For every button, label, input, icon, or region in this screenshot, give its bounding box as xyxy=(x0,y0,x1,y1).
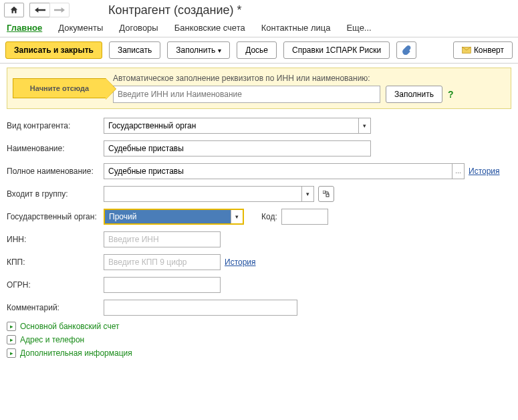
attach-icon xyxy=(402,45,411,55)
ogrn-input[interactable] xyxy=(104,277,221,293)
group-label: Входит в группу: xyxy=(7,189,104,199)
arrow-left-icon xyxy=(35,7,45,13)
group-combo[interactable]: ▾ xyxy=(104,186,314,202)
tab-contracts[interactable]: Договоры xyxy=(119,23,158,33)
back-button[interactable] xyxy=(29,3,49,17)
fill-dropdown-button[interactable]: Заполнить xyxy=(167,41,230,59)
kind-dropdown-icon[interactable]: ▾ xyxy=(358,118,370,133)
name-label: Наименование: xyxy=(7,144,104,153)
hint-fill-button[interactable]: Заполнить xyxy=(386,86,442,103)
save-close-button[interactable]: Записать и закрыть xyxy=(5,41,102,59)
home-icon xyxy=(9,5,19,15)
kpp-label: КПП: xyxy=(7,257,104,267)
svg-rect-1 xyxy=(323,191,326,193)
hint-text: Автоматическое заполнение реквизитов по … xyxy=(113,74,505,83)
hint-input[interactable] xyxy=(113,86,380,103)
inn-input[interactable] xyxy=(104,231,221,247)
ogrn-label: ОГРН: xyxy=(7,280,104,290)
dossier-button[interactable]: Досье xyxy=(237,41,277,59)
forward-button[interactable] xyxy=(49,3,70,17)
fullname-combo[interactable]: … xyxy=(104,163,465,179)
fullname-input[interactable] xyxy=(104,164,452,179)
envelope-icon xyxy=(462,46,471,54)
tab-contacts[interactable]: Контактные лица xyxy=(261,23,331,33)
expand-icon: ▸ xyxy=(7,348,16,358)
code-label: Код: xyxy=(261,212,277,221)
group-open-button[interactable] xyxy=(318,186,334,202)
fullname-label: Полное наименование: xyxy=(7,167,104,176)
expand-icon: ▸ xyxy=(7,335,16,344)
tabs: Главное Документы Договоры Банковские сч… xyxy=(0,20,518,37)
expand-icon: ▸ xyxy=(7,322,16,331)
caret-down-icon xyxy=(218,45,221,55)
open-icon xyxy=(323,191,330,197)
section-bank-title: Основной банковский счет xyxy=(20,322,119,331)
section-address-title: Адрес и телефон xyxy=(20,335,84,344)
spark-button[interactable]: Справки 1СПАРК Риски xyxy=(283,41,390,59)
hint-box: Начните отсюда Автоматическое заполнение… xyxy=(7,68,511,109)
tab-more[interactable]: Еще... xyxy=(346,23,371,33)
section-extra-title: Дополнительная информация xyxy=(20,348,132,358)
kpp-input[interactable] xyxy=(104,254,221,270)
kind-input[interactable] xyxy=(104,118,358,133)
tab-main[interactable]: Главное xyxy=(7,23,42,33)
group-input[interactable] xyxy=(104,187,301,201)
name-input[interactable] xyxy=(104,140,371,156)
attach-button[interactable] xyxy=(396,41,416,59)
section-extra[interactable]: ▸ Дополнительная информация xyxy=(7,348,511,358)
code-input[interactable] xyxy=(281,209,328,225)
gov-input[interactable] xyxy=(105,210,231,223)
kpp-history-link[interactable]: История xyxy=(225,257,256,267)
comment-input[interactable] xyxy=(104,300,297,316)
arrow-right-icon xyxy=(54,7,65,13)
gov-combo[interactable]: ▾ xyxy=(104,209,244,225)
comment-label: Комментарий: xyxy=(7,303,104,312)
kind-label: Вид контрагента: xyxy=(7,121,104,130)
tab-bank-accounts[interactable]: Банковские счета xyxy=(174,23,245,33)
form: Вид контрагента: ▾ Наименование: Полное … xyxy=(0,113,518,366)
section-address[interactable]: ▸ Адрес и телефон xyxy=(7,335,511,344)
toolbar: Записать и закрыть Записать Заполнить До… xyxy=(0,37,518,64)
gov-label: Государственный орган: xyxy=(7,212,104,221)
help-icon[interactable]: ? xyxy=(448,89,454,100)
home-button[interactable] xyxy=(4,3,24,17)
start-here-arrow: Начните отсюда xyxy=(13,78,106,98)
inn-label: ИНН: xyxy=(7,235,104,244)
page-title: Контрагент (создание) * xyxy=(108,3,241,17)
convert-label: Конверт xyxy=(474,45,504,55)
save-button[interactable]: Записать xyxy=(109,41,160,59)
history-link[interactable]: История xyxy=(469,167,500,176)
fill-label: Заполнить xyxy=(176,45,215,55)
kind-combo[interactable]: ▾ xyxy=(104,118,371,134)
group-dropdown-icon[interactable]: ▾ xyxy=(301,187,313,201)
section-bank[interactable]: ▸ Основной банковский счет xyxy=(7,322,511,331)
tab-documents[interactable]: Документы xyxy=(58,23,103,33)
fullname-more-icon[interactable]: … xyxy=(452,164,464,179)
gov-dropdown-icon[interactable]: ▾ xyxy=(231,210,243,223)
convert-button[interactable]: Конверт xyxy=(453,41,513,59)
